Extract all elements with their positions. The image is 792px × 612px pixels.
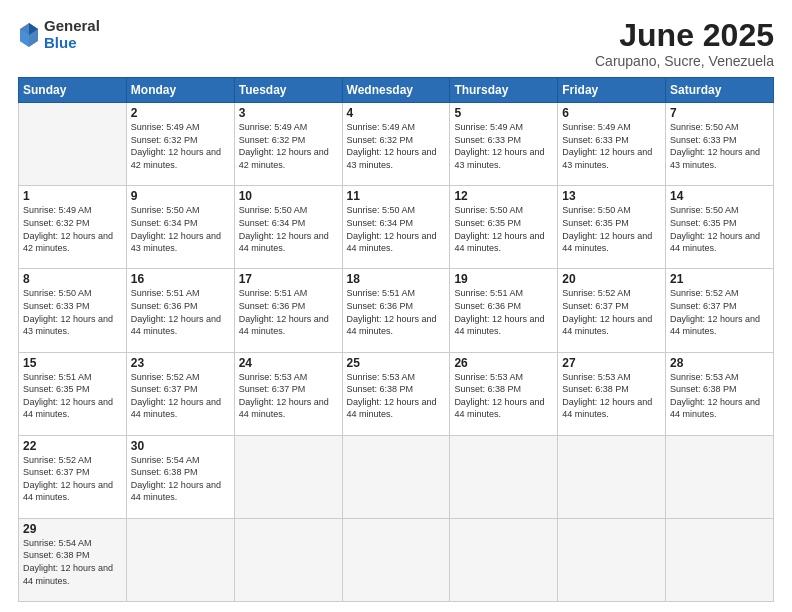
calendar-cell (450, 435, 558, 518)
day-info: Sunrise: 5:49 AMSunset: 6:33 PMDaylight:… (562, 121, 661, 171)
day-info: Sunrise: 5:49 AMSunset: 6:32 PMDaylight:… (239, 121, 338, 171)
col-monday: Monday (126, 78, 234, 103)
calendar-title: June 2025 (595, 18, 774, 53)
day-number: 13 (562, 189, 661, 203)
calendar-cell: 17Sunrise: 5:51 AMSunset: 6:36 PMDayligh… (234, 269, 342, 352)
col-thursday: Thursday (450, 78, 558, 103)
day-number: 14 (670, 189, 769, 203)
day-info: Sunrise: 5:49 AMSunset: 6:32 PMDaylight:… (347, 121, 446, 171)
calendar-week-1: 2Sunrise: 5:49 AMSunset: 6:32 PMDaylight… (19, 103, 774, 186)
calendar-week-6: 29Sunrise: 5:54 AMSunset: 6:38 PMDayligh… (19, 518, 774, 601)
day-number: 29 (23, 522, 122, 536)
calendar-cell: 23Sunrise: 5:52 AMSunset: 6:37 PMDayligh… (126, 352, 234, 435)
calendar-subtitle: Carupano, Sucre, Venezuela (595, 53, 774, 69)
calendar-cell (450, 518, 558, 601)
day-info: Sunrise: 5:51 AMSunset: 6:36 PMDaylight:… (347, 287, 446, 337)
calendar-cell: 8Sunrise: 5:50 AMSunset: 6:33 PMDaylight… (19, 269, 127, 352)
calendar-cell: 24Sunrise: 5:53 AMSunset: 6:37 PMDayligh… (234, 352, 342, 435)
col-tuesday: Tuesday (234, 78, 342, 103)
calendar-cell: 21Sunrise: 5:52 AMSunset: 6:37 PMDayligh… (666, 269, 774, 352)
calendar-cell (342, 518, 450, 601)
day-info: Sunrise: 5:51 AMSunset: 6:36 PMDaylight:… (131, 287, 230, 337)
calendar-cell: 16Sunrise: 5:51 AMSunset: 6:36 PMDayligh… (126, 269, 234, 352)
day-info: Sunrise: 5:50 AMSunset: 6:33 PMDaylight:… (23, 287, 122, 337)
day-number: 30 (131, 439, 230, 453)
logo-general: General (44, 18, 100, 35)
calendar-cell (666, 518, 774, 601)
day-info: Sunrise: 5:49 AMSunset: 6:32 PMDaylight:… (23, 204, 122, 254)
calendar-header-row: Sunday Monday Tuesday Wednesday Thursday… (19, 78, 774, 103)
day-info: Sunrise: 5:50 AMSunset: 6:34 PMDaylight:… (347, 204, 446, 254)
calendar-cell: 20Sunrise: 5:52 AMSunset: 6:37 PMDayligh… (558, 269, 666, 352)
calendar-cell: 3Sunrise: 5:49 AMSunset: 6:32 PMDaylight… (234, 103, 342, 186)
day-info: Sunrise: 5:54 AMSunset: 6:38 PMDaylight:… (131, 454, 230, 504)
day-number: 26 (454, 356, 553, 370)
day-number: 10 (239, 189, 338, 203)
calendar-cell (126, 518, 234, 601)
day-info: Sunrise: 5:50 AMSunset: 6:35 PMDaylight:… (454, 204, 553, 254)
day-number: 12 (454, 189, 553, 203)
day-info: Sunrise: 5:52 AMSunset: 6:37 PMDaylight:… (670, 287, 769, 337)
col-saturday: Saturday (666, 78, 774, 103)
logo-blue: Blue (44, 35, 100, 52)
calendar-cell: 26Sunrise: 5:53 AMSunset: 6:38 PMDayligh… (450, 352, 558, 435)
col-friday: Friday (558, 78, 666, 103)
day-number: 7 (670, 106, 769, 120)
day-info: Sunrise: 5:53 AMSunset: 6:38 PMDaylight:… (562, 371, 661, 421)
day-info: Sunrise: 5:50 AMSunset: 6:35 PMDaylight:… (562, 204, 661, 254)
calendar-cell: 4Sunrise: 5:49 AMSunset: 6:32 PMDaylight… (342, 103, 450, 186)
calendar-cell: 29Sunrise: 5:54 AMSunset: 6:38 PMDayligh… (19, 518, 127, 601)
calendar-table: Sunday Monday Tuesday Wednesday Thursday… (18, 77, 774, 602)
calendar-cell: 13Sunrise: 5:50 AMSunset: 6:35 PMDayligh… (558, 186, 666, 269)
calendar-week-5: 22Sunrise: 5:52 AMSunset: 6:37 PMDayligh… (19, 435, 774, 518)
day-number: 5 (454, 106, 553, 120)
day-info: Sunrise: 5:49 AMSunset: 6:33 PMDaylight:… (454, 121, 553, 171)
header: General Blue June 2025 Carupano, Sucre, … (18, 18, 774, 69)
day-info: Sunrise: 5:51 AMSunset: 6:36 PMDaylight:… (239, 287, 338, 337)
day-number: 15 (23, 356, 122, 370)
col-wednesday: Wednesday (342, 78, 450, 103)
calendar-cell: 22Sunrise: 5:52 AMSunset: 6:37 PMDayligh… (19, 435, 127, 518)
day-info: Sunrise: 5:53 AMSunset: 6:37 PMDaylight:… (239, 371, 338, 421)
day-number: 22 (23, 439, 122, 453)
day-info: Sunrise: 5:52 AMSunset: 6:37 PMDaylight:… (23, 454, 122, 504)
day-info: Sunrise: 5:50 AMSunset: 6:34 PMDaylight:… (131, 204, 230, 254)
calendar-cell: 2Sunrise: 5:49 AMSunset: 6:32 PMDaylight… (126, 103, 234, 186)
calendar-cell: 9Sunrise: 5:50 AMSunset: 6:34 PMDaylight… (126, 186, 234, 269)
day-number: 23 (131, 356, 230, 370)
page: General Blue June 2025 Carupano, Sucre, … (0, 0, 792, 612)
calendar-cell (342, 435, 450, 518)
calendar-cell: 5Sunrise: 5:49 AMSunset: 6:33 PMDaylight… (450, 103, 558, 186)
calendar-cell: 15Sunrise: 5:51 AMSunset: 6:35 PMDayligh… (19, 352, 127, 435)
calendar-week-2: 1Sunrise: 5:49 AMSunset: 6:32 PMDaylight… (19, 186, 774, 269)
calendar-cell (19, 103, 127, 186)
day-number: 24 (239, 356, 338, 370)
day-info: Sunrise: 5:50 AMSunset: 6:33 PMDaylight:… (670, 121, 769, 171)
day-number: 9 (131, 189, 230, 203)
calendar-cell: 14Sunrise: 5:50 AMSunset: 6:35 PMDayligh… (666, 186, 774, 269)
calendar-cell (666, 435, 774, 518)
day-number: 17 (239, 272, 338, 286)
day-info: Sunrise: 5:52 AMSunset: 6:37 PMDaylight:… (131, 371, 230, 421)
calendar-cell: 19Sunrise: 5:51 AMSunset: 6:36 PMDayligh… (450, 269, 558, 352)
calendar-cell: 12Sunrise: 5:50 AMSunset: 6:35 PMDayligh… (450, 186, 558, 269)
day-info: Sunrise: 5:49 AMSunset: 6:32 PMDaylight:… (131, 121, 230, 171)
day-info: Sunrise: 5:53 AMSunset: 6:38 PMDaylight:… (454, 371, 553, 421)
day-number: 28 (670, 356, 769, 370)
calendar-cell: 30Sunrise: 5:54 AMSunset: 6:38 PMDayligh… (126, 435, 234, 518)
calendar-cell: 11Sunrise: 5:50 AMSunset: 6:34 PMDayligh… (342, 186, 450, 269)
day-info: Sunrise: 5:51 AMSunset: 6:36 PMDaylight:… (454, 287, 553, 337)
calendar-cell: 27Sunrise: 5:53 AMSunset: 6:38 PMDayligh… (558, 352, 666, 435)
calendar-week-3: 8Sunrise: 5:50 AMSunset: 6:33 PMDaylight… (19, 269, 774, 352)
day-info: Sunrise: 5:52 AMSunset: 6:37 PMDaylight:… (562, 287, 661, 337)
day-number: 27 (562, 356, 661, 370)
day-info: Sunrise: 5:51 AMSunset: 6:35 PMDaylight:… (23, 371, 122, 421)
day-number: 6 (562, 106, 661, 120)
day-number: 1 (23, 189, 122, 203)
day-info: Sunrise: 5:53 AMSunset: 6:38 PMDaylight:… (670, 371, 769, 421)
day-info: Sunrise: 5:54 AMSunset: 6:38 PMDaylight:… (23, 537, 122, 587)
day-number: 11 (347, 189, 446, 203)
calendar-cell (234, 518, 342, 601)
calendar-cell (558, 518, 666, 601)
col-sunday: Sunday (19, 78, 127, 103)
